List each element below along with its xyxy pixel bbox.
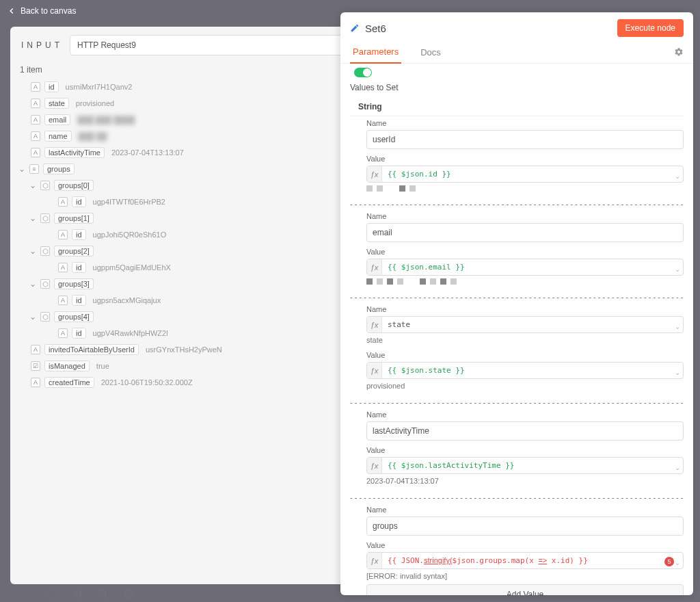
fx-icon: ƒx <box>367 363 382 378</box>
chevron-down-icon[interactable]: ⌄ <box>29 312 36 322</box>
keep-only-set-toggle[interactable] <box>354 68 372 77</box>
tab-parameters[interactable]: Parameters <box>350 41 401 64</box>
list-icon <box>29 164 39 174</box>
chevron-down-icon[interactable]: ⌄ <box>29 181 36 190</box>
expand-icon[interactable]: ⌄ <box>675 559 680 566</box>
value-expr-userid[interactable]: ƒx {{ $json.id }} ⌄ <box>366 166 684 183</box>
field-key[interactable]: createdTime <box>44 377 94 388</box>
fit-view-icon[interactable] <box>48 589 58 599</box>
zoom-in-icon[interactable] <box>73 589 83 599</box>
expression-text: state <box>382 317 683 332</box>
type-icon: A <box>58 296 68 305</box>
expression-text: {{ $json.state }} <box>382 363 683 378</box>
value-label: Value <box>366 248 684 256</box>
bool-icon: ☑ <box>31 361 40 371</box>
name-input-email[interactable] <box>366 223 684 242</box>
divider: - - - - - - - - - - - - - - - - - - - - … <box>350 289 684 302</box>
value-expr-lastactivity[interactable]: ƒx {{ $json.lastActivityTime }} ⌄ <box>366 457 684 474</box>
field-value: ugpJohi5QR0eSh61O <box>90 231 167 239</box>
field-key[interactable]: id <box>72 196 86 207</box>
preview-pixels <box>366 276 684 286</box>
value-label: Value <box>366 446 684 454</box>
name-label: Name <box>366 410 684 419</box>
expression-text: {{ $json.email }} <box>382 259 683 275</box>
value-expr-state[interactable]: ƒx {{ $json.state }} ⌄ <box>366 362 684 379</box>
name-label: Name <box>366 305 684 313</box>
type-icon: A <box>58 197 68 207</box>
type-icon: A <box>58 230 68 239</box>
field-key[interactable]: groups[4] <box>54 311 94 322</box>
chevron-down-icon[interactable]: ⌄ <box>29 246 36 256</box>
field-key[interactable]: groups[1] <box>54 213 94 224</box>
divider: - - - - - - - - - - - - - - - - - - - - … <box>350 489 684 503</box>
chevron-down-icon[interactable]: ⌄ <box>29 279 36 289</box>
field-key[interactable]: state <box>44 98 69 109</box>
type-icon: A <box>31 99 40 108</box>
fx-icon: ƒx <box>367 166 382 182</box>
chevron-down-icon[interactable]: ⌄ <box>18 164 25 174</box>
field-key[interactable]: id <box>72 262 86 273</box>
execute-node-button[interactable]: Execute node <box>617 19 684 37</box>
field-value: ugp4ITWTf0E6HrPB2 <box>90 198 165 206</box>
value-expr-groups[interactable]: ƒx {{ JSON.stringify($json.groups.map(x … <box>366 552 684 569</box>
expand-icon[interactable]: ⌄ <box>675 172 680 180</box>
field-value: ugpsn5acxMGiqajux <box>90 296 161 304</box>
fx-icon: ƒx <box>367 458 382 473</box>
fx-icon: ƒx <box>367 259 382 275</box>
name-label: Name <box>366 212 684 220</box>
field-value: true <box>94 362 109 370</box>
back-to-canvas-link[interactable]: Back to canvas <box>21 6 76 16</box>
field-key[interactable]: lastActivityTime <box>44 147 105 158</box>
type-icon: A <box>31 148 40 157</box>
chevron-down-icon: ⌄ <box>669 590 676 595</box>
field-value: ███ ██ <box>76 132 107 140</box>
undo-icon[interactable] <box>124 589 134 599</box>
divider: - - - - - - - - - - - - - - - - - - - - … <box>350 196 684 209</box>
chevron-down-icon[interactable]: ⌄ <box>29 213 36 223</box>
zoom-out-icon[interactable] <box>98 589 109 599</box>
expand-icon[interactable]: ⌄ <box>675 464 680 471</box>
field-key[interactable]: groups[0] <box>54 180 94 191</box>
name-expr-state[interactable]: ƒx state ⌄ <box>366 316 684 333</box>
field-key[interactable]: name <box>44 131 72 142</box>
field-value: 2023-07-04T13:13:07 <box>109 148 184 157</box>
field-key[interactable]: id <box>72 295 86 306</box>
expression-text: {{ $json.lastActivityTime }} <box>382 458 683 473</box>
expand-icon[interactable]: ⌄ <box>675 369 680 376</box>
field-key[interactable]: groups <box>43 163 75 174</box>
field-key[interactable]: groups[3] <box>54 278 94 289</box>
type-icon: A <box>31 345 40 354</box>
input-label: INPUT <box>18 40 63 50</box>
field-value: provisioned <box>73 99 114 107</box>
object-icon <box>40 181 50 190</box>
field-key[interactable]: email <box>44 114 70 125</box>
error-count-badge: 5 <box>664 557 674 566</box>
name-label: Name <box>366 119 684 127</box>
fx-icon: ƒx <box>367 553 382 568</box>
type-icon: A <box>31 115 40 125</box>
node-title: Set6 <box>365 23 386 34</box>
name-input-groups[interactable] <box>366 516 684 536</box>
object-icon <box>40 213 50 223</box>
field-key[interactable]: id <box>72 229 86 240</box>
preview-pixels <box>366 183 684 193</box>
expand-icon[interactable]: ⌄ <box>675 265 680 273</box>
fx-icon: ƒx <box>367 317 382 332</box>
value-expr-email[interactable]: ƒx {{ $json.email }} ⌄ <box>366 259 684 276</box>
tab-docs[interactable]: Docs <box>418 42 444 63</box>
name-input-userid[interactable] <box>366 130 684 149</box>
field-key[interactable]: id <box>44 81 59 92</box>
value-label: Value <box>366 541 684 549</box>
field-key[interactable]: groups[2] <box>54 246 94 257</box>
field-key[interactable]: id <box>72 328 86 339</box>
object-icon <box>40 279 50 289</box>
field-key[interactable]: isManaged <box>44 361 90 371</box>
field-value: ███ ███ ████ <box>75 116 135 124</box>
back-arrow-icon[interactable] <box>7 6 16 16</box>
add-value-button[interactable]: Add Value ⌄ <box>366 584 684 595</box>
preview-text: provisioned <box>366 379 684 391</box>
expand-icon[interactable]: ⌄ <box>675 323 680 330</box>
field-key[interactable]: invitedToAirtableByUserId <box>44 344 139 355</box>
name-input-lastactivity[interactable] <box>366 421 684 441</box>
gear-icon[interactable] <box>674 42 684 62</box>
